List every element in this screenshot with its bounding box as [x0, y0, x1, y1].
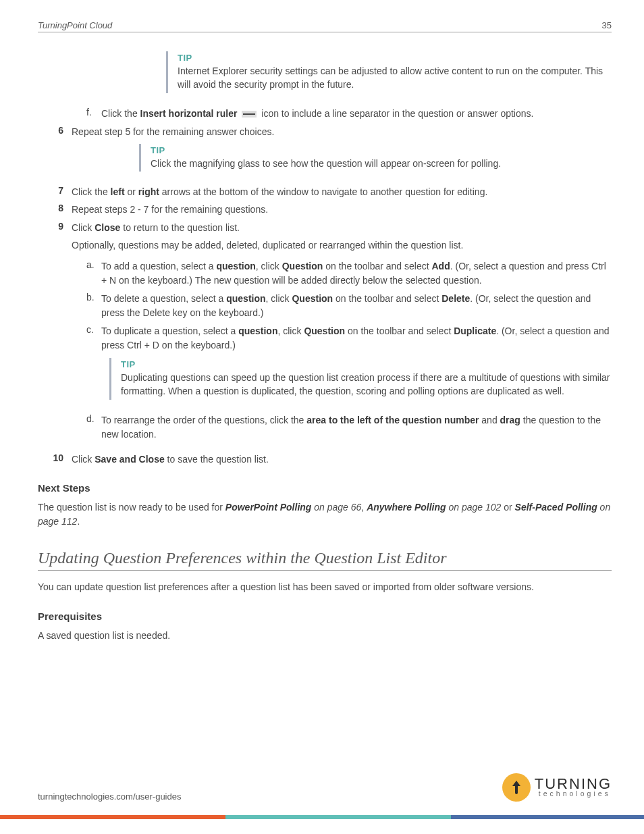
section-title: Updating Question Preferences within the…	[38, 549, 612, 571]
page-header: TurningPoint Cloud 35	[38, 20, 612, 32]
b: Duplicate	[454, 325, 496, 336]
substep-f: f. Click the Insert horizontal ruler ico…	[86, 107, 612, 121]
step-7: 7 Click the left or right arrows at the …	[38, 185, 612, 199]
accent-bar	[0, 815, 644, 819]
step-body: Repeat step 5 for the remaining answer c…	[72, 125, 612, 138]
page-footer: turningtechnologies.com/user-guides TURN…	[38, 773, 612, 802]
t: .	[77, 516, 80, 527]
substep-d: d. To rearrange the order of the questio…	[86, 413, 612, 442]
left-bold: left	[111, 186, 125, 197]
t: , click	[256, 261, 282, 271]
b: question	[226, 293, 265, 304]
close-bold: Close	[95, 222, 120, 233]
tip-body: Click the magnifying glass to see how th…	[151, 157, 612, 170]
text: icon to include a line separator in the …	[261, 108, 533, 119]
t: on the toolbar and select	[333, 293, 441, 304]
t: The question list is now ready to be use…	[38, 502, 225, 513]
t: , click	[266, 293, 292, 304]
step-body: Click Close to return to the question li…	[72, 221, 612, 234]
step-body: Repeat steps 2 - 7 for the remaining que…	[72, 203, 612, 216]
page-ref: on page 102	[446, 502, 502, 513]
next-steps-heading: Next Steps	[38, 482, 612, 494]
text: to return to the question list.	[120, 222, 240, 233]
substep-letter: c.	[86, 324, 101, 353]
substep-body: To add a question, select a question, cl…	[101, 259, 612, 288]
b: area to the left of the question number	[306, 415, 479, 425]
turning-logo: TURNING technologies	[502, 773, 612, 802]
step-number: 10	[38, 452, 72, 466]
t: ,	[361, 502, 367, 513]
doc-title: TurningPoint Cloud	[38, 20, 112, 30]
b: question	[216, 261, 255, 271]
step-body: Click Save and Close to save the questio…	[72, 452, 612, 466]
t: and	[479, 415, 500, 425]
logo-subtitle: technologies	[535, 791, 612, 797]
t: To delete a question, select a	[101, 293, 226, 304]
text: Click	[72, 222, 95, 233]
tip-ie-security: TIP Internet Explorer security settings …	[166, 51, 612, 93]
tip-duplicate: TIP Duplicating questions can speed up t…	[109, 358, 612, 400]
b: drag	[500, 415, 520, 425]
t: or	[501, 502, 514, 513]
logo-arrow-icon	[502, 773, 531, 802]
save-close-bold: Save and Close	[95, 454, 165, 465]
b: question	[238, 325, 277, 336]
prereq-heading: Prerequisites	[38, 610, 612, 622]
logo-text: TURNING technologies	[535, 778, 612, 797]
substep-letter: b.	[86, 292, 101, 320]
text: Click the	[72, 186, 111, 197]
text: Click the	[101, 108, 140, 119]
optional-note: Optionally, questions may be added, dele…	[72, 238, 612, 253]
tip-body: Internet Explorer security settings can …	[178, 64, 612, 92]
t: To rearrange the order of the questions,…	[101, 415, 306, 425]
footer-url: turningtechnologies.com/user-guides	[38, 791, 181, 802]
b: Question	[292, 293, 333, 304]
substep-body: To delete a question, select a question,…	[101, 292, 612, 320]
step-6: 6 Repeat step 5 for the remaining answer…	[38, 125, 612, 138]
section-intro: You can update question list preferences…	[38, 580, 612, 594]
substep-c: c. To duplicate a question, select a que…	[86, 324, 612, 353]
tip-magnifier: TIP Click the magnifying glass to see ho…	[139, 144, 612, 172]
substep-letter: d.	[86, 413, 101, 442]
step-9: 9 Click Close to return to the question …	[38, 221, 612, 234]
step-8: 8 Repeat steps 2 - 7 for the remaining q…	[38, 203, 612, 216]
page-ref: on page 66	[311, 502, 361, 513]
insert-hr-label: Insert horizontal ruler	[140, 108, 238, 119]
substep-body: To rearrange the order of the questions,…	[101, 413, 612, 442]
text: arrows at the bottom of the window to na…	[159, 186, 487, 197]
text: or	[125, 186, 138, 197]
tip-label: TIP	[178, 53, 612, 63]
t: on the toolbar and select	[345, 325, 454, 336]
t: To duplicate a question, select a	[101, 325, 238, 336]
b: Question	[282, 261, 323, 271]
link-selfpaced-polling: Self-Paced Polling	[515, 502, 597, 513]
page-number: 35	[602, 20, 612, 30]
link-ppt-polling: PowerPoint Polling	[225, 502, 312, 513]
tip-body: Duplicating questions can speed up the q…	[121, 371, 612, 398]
substep-b: b. To delete a question, select a questi…	[86, 292, 612, 320]
t: on the toolbar and select	[323, 261, 431, 271]
step-10: 10 Click Save and Close to save the ques…	[38, 452, 612, 466]
b: Question	[304, 325, 345, 336]
t: , click	[277, 325, 304, 336]
text: Click	[72, 454, 95, 465]
step-number: 8	[38, 203, 72, 216]
horizontal-ruler-icon	[242, 111, 257, 118]
substep-letter: a.	[86, 259, 101, 288]
step-body: Click the left or right arrows at the bo…	[72, 185, 612, 199]
tip-label: TIP	[121, 359, 612, 369]
next-steps-paragraph: The question list is now ready to be use…	[38, 500, 612, 529]
b: Delete	[441, 293, 470, 304]
b: Add	[431, 261, 450, 271]
substep-a: a. To add a question, select a question,…	[86, 259, 612, 288]
step-number: 7	[38, 185, 72, 199]
substep-body: Click the Insert horizontal ruler icon t…	[101, 107, 612, 121]
prereq-text: A saved question list is needed.	[38, 629, 612, 643]
right-bold: right	[138, 186, 159, 197]
substep-letter: f.	[86, 107, 101, 121]
substep-body: To duplicate a question, select a questi…	[101, 324, 612, 353]
tip-label: TIP	[151, 145, 612, 155]
link-anywhere-polling: Anywhere Polling	[367, 502, 446, 513]
step-number: 6	[38, 125, 72, 138]
step-number: 9	[38, 221, 72, 234]
